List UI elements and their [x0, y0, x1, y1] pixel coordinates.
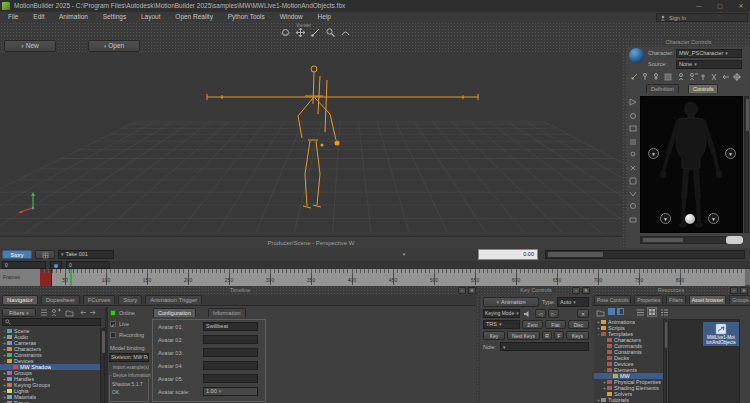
- character-tools-icon-row[interactable]: [629, 71, 747, 82]
- speaker-icon[interactable]: [523, 310, 533, 318]
- slider-left-button[interactable]: ◁: [535, 309, 546, 318]
- frame-field[interactable]: 0: [2, 261, 46, 269]
- hips-control-ball[interactable]: [685, 214, 695, 224]
- tree-toolbar-icons[interactable]: [39, 308, 101, 317]
- timeline-mode-label[interactable]: Frames: [0, 269, 40, 286]
- menu-item-layout[interactable]: Layout: [141, 13, 161, 20]
- zero-button[interactable]: Zero: [522, 320, 543, 329]
- avatar-field-input[interactable]: [203, 335, 258, 344]
- disc-button[interactable]: Disc: [568, 320, 589, 329]
- asset-tree-item[interactable]: +Tutorials: [594, 397, 663, 403]
- avatar-field-input[interactable]: [203, 348, 258, 357]
- menu-item-file[interactable]: File: [8, 13, 18, 20]
- model-binding-select[interactable]: Skeleton: MW Root: [109, 353, 149, 362]
- menu-item-window[interactable]: Window: [280, 13, 303, 20]
- menu-item-edit[interactable]: Edit: [33, 13, 44, 20]
- close-panel-icon[interactable]: ✕: [582, 287, 590, 294]
- menu-item-settings[interactable]: Settings: [103, 13, 127, 20]
- chevron-down-icon[interactable]: ▾: [398, 250, 410, 259]
- select-tool-icon[interactable]: [310, 27, 321, 38]
- menu-item-python-tools[interactable]: Python Tools: [228, 13, 265, 20]
- tab-groups[interactable]: Groups: [729, 295, 750, 304]
- clear-button[interactable]: ✕: [577, 309, 589, 318]
- avatar-scale-select[interactable]: 1.00: [203, 387, 258, 396]
- tab-asset-browser[interactable]: Asset browser: [689, 295, 727, 304]
- character-body-view[interactable]: ▼ ▼ ▼ ▼: [640, 96, 743, 233]
- trs-select[interactable]: TRS: [483, 320, 520, 329]
- avatar-field-input[interactable]: [203, 361, 258, 370]
- left-hand-chevron-button[interactable]: ▼: [648, 148, 659, 159]
- tab-dopesheet[interactable]: Dopesheet: [41, 295, 80, 304]
- zoom-tool-icon[interactable]: [325, 27, 336, 38]
- undock-icon[interactable]: ▫: [730, 287, 738, 294]
- source-select[interactable]: None: [676, 60, 742, 69]
- tab-definition[interactable]: Definition: [646, 84, 679, 93]
- close-panel-icon[interactable]: ✕: [468, 287, 476, 294]
- thumbnail-view-icon[interactable]: [647, 307, 657, 317]
- undock-icon[interactable]: ▫: [572, 287, 580, 294]
- left-foot-chevron-button[interactable]: ▼: [660, 213, 671, 224]
- tree-search-input[interactable]: [2, 318, 101, 326]
- live-checkbox[interactable]: ✓: [110, 321, 116, 327]
- type-select[interactable]: Auto: [557, 297, 589, 307]
- key-button[interactable]: Key: [483, 331, 505, 340]
- animation-layer-button[interactable]: Animation: [483, 297, 539, 307]
- character-view-reset-button[interactable]: [726, 236, 743, 244]
- viewport[interactable]: [0, 54, 622, 236]
- character-select[interactable]: MW_PSCharacter: [676, 49, 742, 58]
- story-toggle[interactable]: Story: [2, 250, 32, 259]
- timeline-ruler[interactable]: 5010015020025030035040045050055060065070…: [40, 269, 745, 286]
- menu-item-animation[interactable]: Animation: [59, 13, 88, 20]
- right-hand-chevron-button[interactable]: ▼: [725, 148, 736, 159]
- timeline-zoom-bar[interactable]: [545, 250, 745, 259]
- take-select[interactable]: Take 001: [58, 250, 114, 259]
- orbit-tool-icon[interactable]: [280, 27, 291, 38]
- open-button[interactable]: Open: [88, 40, 140, 52]
- character-view-vscrollbar[interactable]: [744, 96, 749, 233]
- asset-content-pane[interactable]: MWLive1-Mot ionAndObjects: [668, 319, 740, 403]
- record-toggle[interactable]: [50, 261, 62, 269]
- panel-drag-handle[interactable]: [622, 38, 627, 248]
- timeline-start-marker[interactable]: [40, 269, 52, 286]
- fov-tool-icon[interactable]: [340, 27, 351, 38]
- undock-icon[interactable]: ▫: [458, 287, 466, 294]
- tab-navigator[interactable]: Navigator: [2, 295, 38, 304]
- flat-button[interactable]: Flat: [545, 320, 566, 329]
- asset-tree-scrollbar[interactable]: [663, 319, 667, 403]
- character-view-tool-strip[interactable]: [628, 96, 638, 226]
- close-panel-icon[interactable]: ✕: [740, 287, 748, 294]
- slider-right-button[interactable]: ▷: [548, 309, 559, 318]
- next-keys-button[interactable]: Next Keys: [507, 331, 540, 340]
- tab-configuration[interactable]: Configuration: [153, 308, 196, 317]
- transport-mode-button[interactable]: [35, 250, 55, 259]
- r-button[interactable]: R: [542, 331, 552, 340]
- tab-properties[interactable]: Properties: [634, 295, 663, 304]
- avatar-field-input[interactable]: Swillbeat: [203, 322, 258, 331]
- folder-up-icon[interactable]: [596, 308, 605, 317]
- new-button[interactable]: New: [4, 40, 56, 52]
- samples-link[interactable]: Import example(s): [108, 365, 149, 370]
- tab-fcurves[interactable]: FCurves: [83, 295, 116, 304]
- filters-dropdown[interactable]: Filters: [2, 308, 36, 317]
- right-foot-chevron-button[interactable]: ▼: [708, 213, 719, 224]
- recording-checkbox[interactable]: [110, 332, 116, 338]
- maximize-button[interactable]: ▢: [712, 0, 728, 12]
- tab-story[interactable]: Story: [118, 295, 142, 304]
- tab-information[interactable]: Information: [208, 308, 246, 317]
- list-view-icon[interactable]: [636, 308, 645, 317]
- panel-left-toggle-icon[interactable]: [608, 308, 615, 315]
- close-button[interactable]: ✕: [733, 0, 749, 12]
- tab-animation-trigger[interactable]: Animation Trigger: [145, 295, 202, 304]
- current-time-field[interactable]: 0.00: [478, 249, 538, 260]
- menu-item-open-reality[interactable]: Open Reality: [175, 13, 213, 20]
- asset-file-item[interactable]: MWLive1-Mot ionAndObjects: [703, 322, 739, 346]
- note-field[interactable]: [500, 342, 589, 351]
- panel-split-toggle-icon[interactable]: [617, 308, 624, 315]
- f-button[interactable]: F: [554, 331, 564, 340]
- tab-filters[interactable]: Filters: [666, 295, 686, 304]
- tab-controls[interactable]: Controls: [688, 84, 718, 93]
- menu-item-help[interactable]: Help: [318, 13, 331, 20]
- avatar-field-input[interactable]: [203, 374, 258, 383]
- loop-field[interactable]: 0: [66, 261, 110, 269]
- account-chip[interactable]: Sign In: [656, 13, 748, 22]
